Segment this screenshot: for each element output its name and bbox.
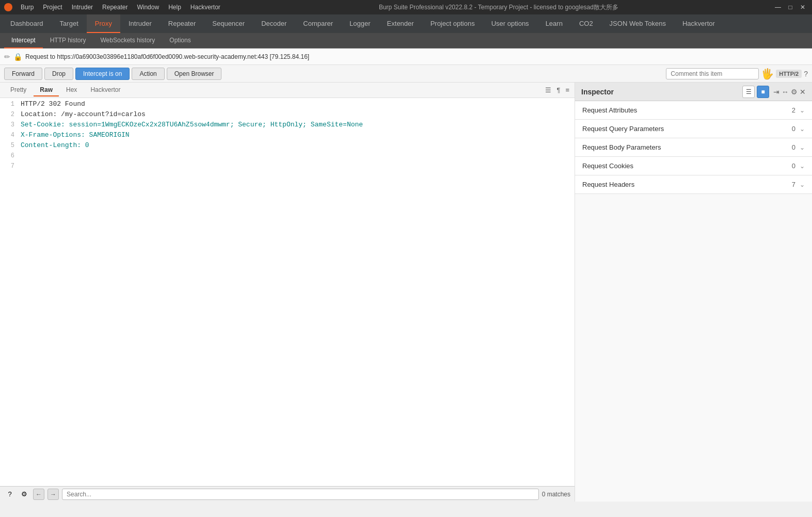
nav-tab-user-options[interactable]: User options — [483, 14, 537, 33]
nav-tab-learn[interactable]: Learn — [537, 14, 571, 33]
nav-tab-comparer[interactable]: Comparer — [295, 14, 341, 33]
inspector-align-icon[interactable]: ⇥ — [773, 88, 779, 96]
editor-tab-hex[interactable]: Hex — [60, 84, 83, 96]
inspector-settings-icon[interactable]: ⚙ — [791, 88, 798, 96]
nav-tab-proxy[interactable]: Proxy — [87, 14, 120, 33]
code-content-5: Content-Length: 0 — [21, 141, 89, 149]
more-icon[interactable]: ≡ — [564, 85, 570, 95]
matches-text: 0 matches — [542, 491, 570, 498]
code-line-2: 2 Location: /my-account?id=carlos — [0, 110, 575, 121]
menu-help[interactable]: Help — [164, 3, 185, 12]
code-line-4: 4 X-Frame-Options: SAMEORIGIN — [0, 131, 575, 141]
request-url: Request to https://0a69003e03896e1180af0… — [25, 53, 309, 60]
menu-project[interactable]: Project — [39, 3, 66, 12]
http-version-badge: HTTP/2 — [776, 70, 802, 78]
maximize-button[interactable]: □ — [785, 2, 795, 12]
sub-tabs: Intercept HTTP history WebSockets histor… — [0, 33, 812, 49]
bottom-bar: ? ⚙ ← → 0 matches — [0, 486, 575, 502]
nav-tab-sequencer[interactable]: Sequencer — [204, 14, 253, 33]
code-content-3: Set-Cookie: session=1WmgECKOzeCx2x28TU6A… — [21, 121, 363, 128]
nav-tab-intruder[interactable]: Intruder — [120, 14, 160, 33]
nav-tabs: Dashboard Target Proxy Intruder Repeater… — [0, 14, 812, 33]
chevron-down-icon: ⌄ — [800, 163, 805, 170]
inspector-header: Inspector ☰ ■ ⇥ ↔ ⚙ ✕ — [575, 83, 812, 101]
nav-tab-repeater[interactable]: Repeater — [160, 14, 204, 33]
nav-tab-dashboard[interactable]: Dashboard — [2, 14, 52, 33]
chevron-down-icon: ⌄ — [800, 107, 805, 114]
code-line-7: 7 — [0, 162, 575, 172]
inspector-title: Inspector — [581, 88, 738, 96]
pencil-icon: ✏ — [4, 53, 10, 61]
nav-tab-extender[interactable]: Extender — [379, 14, 422, 33]
close-button[interactable]: ✕ — [798, 2, 808, 12]
main-area: Pretty Raw Hex Hackvertor ☰ ¶ ≡ 1 HTTP/2… — [0, 83, 812, 502]
bottom-help-icon[interactable]: ? — [4, 489, 15, 500]
menu-hackvertor[interactable]: Hackvertor — [186, 3, 225, 12]
inspector-row-headers[interactable]: Request Headers 7 ⌄ — [575, 175, 812, 194]
code-content-1: HTTP/2 302 Found — [21, 100, 85, 108]
intercept-button[interactable]: Intercept is on — [75, 68, 130, 80]
search-input[interactable] — [62, 489, 539, 500]
inspector-row-query-params[interactable]: Request Query Parameters 0 ⌄ — [575, 120, 812, 138]
hand-icon: 🖐 — [761, 68, 774, 80]
title-bar: Burp Project Intruder Repeater Window He… — [0, 0, 812, 14]
word-wrap-icon[interactable]: ☰ — [544, 85, 552, 95]
sub-tab-http-history[interactable]: HTTP history — [43, 33, 93, 49]
nav-tab-jwt[interactable]: JSON Web Tokens — [601, 14, 674, 33]
code-content-4: X-Frame-Options: SAMEORIGIN — [21, 131, 130, 139]
code-line-6: 6 — [0, 152, 575, 162]
nav-tab-hackvertor[interactable]: Hackvertor — [674, 14, 723, 33]
inspector-header-icons: ⇥ ↔ ⚙ ✕ — [773, 88, 806, 96]
editor-tab-tools: ☰ ¶ ≡ — [544, 85, 570, 95]
title-bar-left: Burp Project Intruder Repeater Window He… — [4, 3, 225, 12]
editor-tab-pretty[interactable]: Pretty — [4, 84, 33, 96]
open-browser-button[interactable]: Open Browser — [167, 68, 222, 80]
sub-tab-intercept[interactable]: Intercept — [4, 33, 43, 49]
window-controls: — □ ✕ — [773, 2, 808, 12]
nav-tab-co2[interactable]: CO2 — [571, 14, 601, 33]
code-line-3: 3 Set-Cookie: session=1WmgECKOzeCx2x28TU… — [0, 121, 575, 131]
nav-tab-target[interactable]: Target — [52, 14, 87, 33]
inspector-close-icon[interactable]: ✕ — [800, 88, 806, 96]
menu-burp[interactable]: Burp — [17, 3, 38, 12]
menu-intruder[interactable]: Intruder — [68, 3, 97, 12]
chevron-down-icon: ⌄ — [800, 181, 805, 188]
action-button[interactable]: Action — [132, 68, 164, 80]
menu-window[interactable]: Window — [133, 3, 163, 12]
editor-tabs: Pretty Raw Hex Hackvertor ☰ ¶ ≡ — [0, 83, 575, 98]
view-icon-table[interactable]: ■ — [757, 86, 769, 98]
nav-forward-button[interactable]: → — [47, 489, 59, 500]
editor-tab-raw[interactable]: Raw — [34, 84, 59, 96]
nav-tab-logger[interactable]: Logger — [341, 14, 378, 33]
sub-tab-websockets-history[interactable]: WebSockets history — [93, 33, 163, 49]
toolbar: Forward Drop Intercept is on Action Open… — [0, 65, 812, 83]
editor-tab-hackvertor[interactable]: Hackvertor — [84, 84, 126, 96]
minimize-button[interactable]: — — [773, 2, 783, 12]
bottom-settings-icon[interactable]: ⚙ — [19, 489, 30, 500]
burp-logo-icon — [4, 3, 12, 11]
code-editor[interactable]: 1 HTTP/2 302 Found 2 Location: /my-accou… — [0, 98, 575, 486]
title-bar-menu: Burp Project Intruder Repeater Window He… — [17, 3, 225, 12]
lock-icon: 🔒 — [13, 53, 22, 61]
inspector-row-attributes[interactable]: Request Attributes 2 ⌄ — [575, 101, 812, 120]
inspector-row-cookies[interactable]: Request Cookies 0 ⌄ — [575, 157, 812, 175]
code-line-5: 5 Content-Length: 0 — [0, 141, 575, 152]
chevron-down-icon: ⌄ — [800, 144, 805, 151]
nav-tab-decoder[interactable]: Decoder — [253, 14, 295, 33]
editor-panel: Pretty Raw Hex Hackvertor ☰ ¶ ≡ 1 HTTP/2… — [0, 83, 575, 502]
drop-button[interactable]: Drop — [44, 68, 73, 80]
view-icon-list[interactable]: ☰ — [742, 86, 755, 98]
help-icon[interactable]: ? — [804, 70, 808, 78]
sub-tab-options[interactable]: Options — [162, 33, 198, 49]
inspector-panel: Inspector ☰ ■ ⇥ ↔ ⚙ ✕ Request Attributes… — [575, 83, 812, 502]
nav-tab-project-options[interactable]: Project options — [422, 14, 483, 33]
code-line-1: 1 HTTP/2 302 Found — [0, 100, 575, 110]
newline-icon[interactable]: ¶ — [555, 85, 561, 95]
menu-repeater[interactable]: Repeater — [98, 3, 132, 12]
inspector-row-body-params[interactable]: Request Body Parameters 0 ⌄ — [575, 138, 812, 157]
forward-button[interactable]: Forward — [4, 68, 42, 80]
inspector-split-icon[interactable]: ↔ — [782, 88, 789, 96]
nav-back-button[interactable]: ← — [33, 489, 44, 500]
inspector-view-icons: ☰ ■ — [742, 86, 769, 98]
comment-input[interactable] — [666, 68, 759, 79]
